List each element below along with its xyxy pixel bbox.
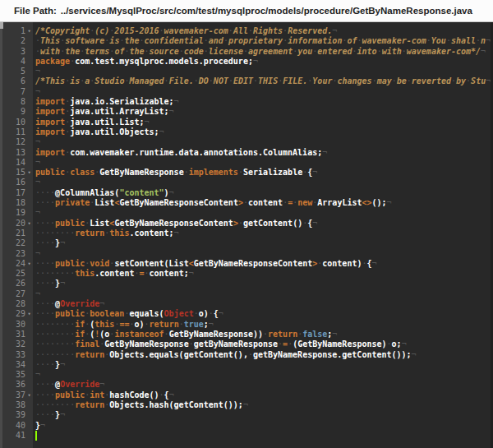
code-line[interactable]: 6/*This·is·a·Studio·Managed·File.·DO·NOT… [0, 76, 493, 86]
code-line[interactable]: 33········return·Objects.equals(getConte… [0, 350, 493, 360]
line-number: 5 [0, 67, 33, 76]
code-line[interactable]: 13import·com.wavemaker.runtime.data.anno… [0, 148, 493, 158]
fold-arrow-icon[interactable]: ▾ [25, 309, 33, 319]
code-line[interactable]: 36····@Override¬ [0, 380, 493, 390]
code-line[interactable]: 10import·java.util.List;¬ [0, 118, 493, 127]
left-scrollbar-strip [0, 22, 2, 448]
code-line[interactable]: 16¬ [0, 178, 493, 187]
line-number: 37▾ [0, 390, 33, 400]
code-line[interactable]: 23¬ [0, 249, 493, 259]
code-line[interactable]: 39····}¬ [0, 410, 493, 420]
code-line[interactable]: 18····private·List<GetByNameResponseCont… [0, 198, 493, 208]
code-line[interactable]: 29▾····public·boolean·equals(Object·o)·{… [0, 309, 493, 319]
line-number: 7 [0, 87, 33, 97]
line-number: 8 [0, 97, 33, 107]
code-line[interactable]: 15▾public·class·GetByNameResponse·implem… [0, 168, 493, 178]
code-line[interactable]: 8import·java.io.Serializable;¬ [0, 97, 493, 107]
line-number: 25 [0, 269, 33, 279]
line-number: 34 [0, 360, 33, 370]
line-number: 12 [0, 137, 33, 147]
code-line[interactable]: 17····@ColumnAlias("content")¬ [0, 188, 493, 198]
line-number: 23 [0, 249, 33, 259]
line-number: 20▾ [0, 219, 33, 229]
code-line[interactable]: 1▾/*Copyright·(c)·2015-2016·wavemaker-co… [0, 26, 493, 36]
code-line[interactable]: 2·This·software·is·the·confidential·and·… [0, 36, 493, 46]
line-number: 39 [0, 410, 33, 420]
line-number: 33 [0, 350, 33, 360]
line-number: 22 [0, 238, 33, 248]
fold-arrow-icon[interactable]: ▾ [25, 26, 33, 36]
code-line[interactable]: 41 [0, 431, 493, 441]
line-number: 14 [0, 158, 33, 168]
scrollbar-nub [0, 22, 3, 29]
file-path-label: File Path: [14, 6, 57, 16]
line-number: 32 [0, 339, 33, 349]
code-line[interactable]: 32········final·GetByNameResponse·getByN… [0, 339, 493, 349]
line-number: 11 [0, 127, 33, 137]
line-number: 28 [0, 299, 33, 309]
code-line[interactable]: 38········return·Objects.hash(getContent… [0, 400, 493, 410]
fold-arrow-icon[interactable]: ▾ [25, 168, 33, 178]
fold-arrow-icon[interactable]: ▾ [25, 390, 33, 400]
code-line[interactable]: 40}¬ [0, 421, 493, 431]
line-number: 35 [0, 370, 33, 380]
code-line[interactable]: 20▾····public·List<GetByNameResponseCont… [0, 219, 493, 229]
line-number: 3 [0, 47, 33, 57]
text-cursor [35, 431, 37, 441]
code-editor[interactable]: 1▾/*Copyright·(c)·2015-2016·wavemaker-co… [0, 22, 493, 448]
line-number: 24▾ [0, 259, 33, 269]
line-number: 41 [0, 431, 33, 441]
code-line[interactable]: 28····@Override¬ [0, 299, 493, 309]
line-number: 31 [0, 330, 33, 339]
code-line[interactable]: 21········return·this.content;¬ [0, 229, 493, 238]
file-path-bar: File Path: ../services/MysqlProc/src/com… [0, 0, 493, 22]
line-number: 29▾ [0, 309, 33, 319]
line-number: 17 [0, 188, 33, 198]
line-number: 2 [0, 36, 33, 46]
line-number: 36 [0, 380, 33, 390]
code-line[interactable]: 7¬ [0, 87, 493, 97]
code-line[interactable]: 35¬ [0, 370, 493, 380]
line-number: 27 [0, 289, 33, 299]
code-line[interactable]: 4package·com.test.mysqlproc.models.proce… [0, 57, 493, 67]
code-line[interactable]: 11import·java.util.Objects;¬ [0, 127, 493, 137]
file-path-value: ../services/MysqlProc/src/com/test/mysql… [61, 6, 472, 16]
code-line[interactable]: 37▾····public·int·hashCode()·{¬ [0, 390, 493, 400]
code-line[interactable]: 27¬ [0, 289, 493, 299]
fold-arrow-icon[interactable]: ▾ [25, 219, 33, 229]
code-lines: 1▾/*Copyright·(c)·2015-2016·wavemaker-co… [0, 22, 493, 441]
line-number: 19 [0, 208, 33, 218]
code-line[interactable]: 24▾····public·void·setContent(List<GetBy… [0, 259, 493, 269]
line-number: 30 [0, 320, 33, 330]
code-line[interactable]: 30········if·(this·==·o)·return·true;¬ [0, 320, 493, 330]
code-line[interactable]: 19¬ [0, 208, 493, 218]
line-number: 1▾ [0, 26, 33, 36]
line-number: 21 [0, 229, 33, 238]
line-number: 26 [0, 279, 33, 289]
line-number: 10 [0, 118, 33, 127]
code-line[interactable]: 5¬ [0, 67, 493, 76]
line-number: 15▾ [0, 168, 33, 178]
code-line[interactable]: 31········if·(!(o·instanceof·GetByNameRe… [0, 330, 493, 339]
line-number: 4 [0, 57, 33, 67]
code-line[interactable]: 3·with·the·terms·of·the·source·code·lice… [0, 47, 493, 57]
line-number: 13 [0, 148, 33, 158]
code-line[interactable]: 22····}¬ [0, 238, 493, 248]
code-line[interactable]: 12¬ [0, 137, 493, 147]
code-line[interactable]: 26····}¬ [0, 279, 493, 289]
studio-file-view: File Path: ../services/MysqlProc/src/com… [0, 0, 493, 448]
fold-arrow-icon[interactable]: ▾ [25, 259, 33, 269]
line-number: 38 [0, 400, 33, 410]
code-line[interactable]: 34····}¬ [0, 360, 493, 370]
code-line[interactable]: 25········this.content·=·content;¬ [0, 269, 493, 279]
line-number: 6 [0, 76, 33, 86]
line-number: 18 [0, 198, 33, 208]
line-number: 40 [0, 421, 33, 431]
line-number: 16 [0, 178, 33, 187]
line-number: 9 [0, 107, 33, 117]
code-line[interactable]: 14¬ [0, 158, 493, 168]
code-line[interactable]: 9import·java.util.ArrayList;¬ [0, 107, 493, 117]
